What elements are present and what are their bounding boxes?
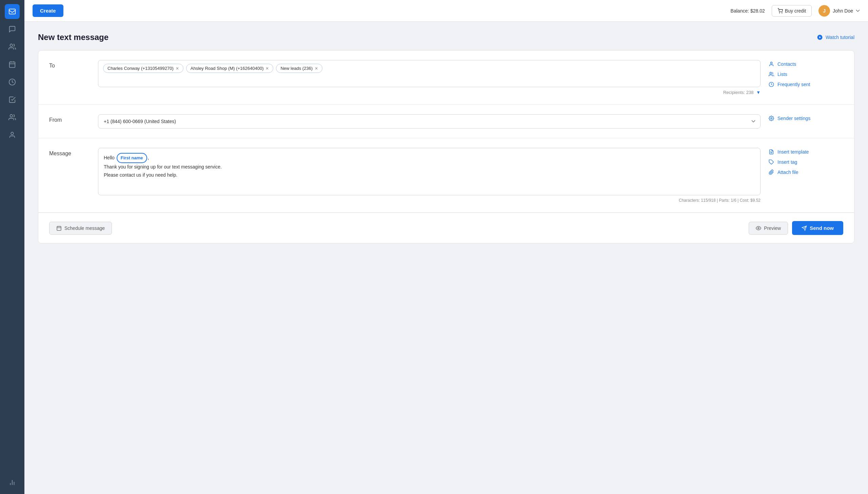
sidebar-icon-contacts[interactable] [5,39,20,54]
message-sidebar-actions: Insert template Insert tag Attach file [769,148,843,203]
svg-point-19 [771,118,772,119]
message-hello: Hello [104,155,116,160]
frequently-sent-link[interactable]: Frequently sent [769,82,843,87]
to-input-area: Charles Conway (+13105499270) ✕ Ahsley R… [98,60,760,95]
svg-point-13 [782,13,782,13]
svg-point-8 [11,132,13,135]
page-body: New text message Watch tutorial To Charl… [24,22,868,494]
avatar: J [818,5,830,17]
svg-point-27 [758,228,759,229]
recipients-dropdown-icon[interactable]: ▼ [756,90,760,95]
form-card: To Charles Conway (+13105499270) ✕ Ahsle… [38,50,854,244]
from-input-area: +1 (844) 600-0669 (United States) [98,114,760,129]
topbar: Create Balance: $28.02 Buy credit J John… [24,0,868,22]
schedule-label: Schedule message [64,226,105,231]
insert-template-label: Insert template [777,149,809,155]
watch-tutorial-label: Watch tutorial [826,35,854,40]
tag-remove-ahsley[interactable]: ✕ [266,66,269,71]
play-icon [817,34,823,40]
recipient-tag-newleads: New leads (236) ✕ [276,64,323,73]
send-icon [802,226,807,231]
recipient-tag-ahsley: Ahsley Road Shop (M) (+162640400) ✕ [186,64,274,73]
chevron-down-icon [856,9,860,13]
tag-name-charles: Charles Conway (+13105499270) [108,66,174,71]
send-label: Send now [810,225,834,231]
sidebar [0,0,24,494]
lists-link[interactable]: Lists [769,72,843,77]
recipient-tag-charles: Charles Conway (+13105499270) ✕ [103,64,184,73]
user-menu[interactable]: J John Doe [818,5,860,17]
to-sidebar-actions: Contacts Lists Frequently sent [769,60,843,95]
schedule-button[interactable]: Schedule message [49,222,112,235]
sidebar-icon-history[interactable] [5,75,20,90]
recipients-count: Recipients: 238 ▼ [98,90,760,95]
svg-rect-0 [9,9,15,14]
cart-icon [777,8,783,14]
svg-point-16 [770,62,772,64]
message-body-line1: Thank you for signing up for our text me… [104,164,222,170]
message-comma: , [148,155,149,160]
sender-settings-link[interactable]: Sender settings [769,116,843,121]
svg-rect-23 [57,226,61,230]
right-actions: Preview Send now [749,221,843,235]
from-select[interactable]: +1 (844) 600-0669 (United States) [98,114,760,129]
paperclip-icon [769,170,774,175]
message-input-area: Hello First name, Thank you for signing … [98,148,760,203]
user-name: John Doe [833,8,853,14]
tag-name-ahsley: Ahsley Road Shop (M) (+162640400) [191,66,264,71]
sidebar-icon-compose[interactable] [5,4,20,19]
tag-name-newleads: New leads (236) [281,66,313,71]
contacts-link[interactable]: Contacts [769,61,843,67]
from-sidebar-actions: Sender settings [769,114,843,129]
sidebar-icon-profile[interactable] [5,128,20,142]
list-icon [769,72,774,77]
to-label: To [49,60,90,95]
sidebar-icon-team[interactable] [5,110,20,125]
sender-settings-label: Sender settings [777,116,810,121]
insert-template-link[interactable]: Insert template [769,149,843,155]
svg-point-12 [779,13,779,13]
preview-label: Preview [764,226,781,231]
main-content: Create Balance: $28.02 Buy credit J John… [24,0,868,494]
gear-icon [769,116,774,121]
balance-display: Balance: $28.02 [731,8,765,14]
create-button[interactable]: Create [33,4,63,17]
message-body-line2: Please contact us if you need help. [104,172,177,178]
to-section: To Charles Conway (+13105499270) ✕ Ahsle… [38,51,854,105]
lists-label: Lists [777,72,787,77]
sidebar-icon-tasks[interactable] [5,92,20,107]
buy-credit-button[interactable]: Buy credit [772,5,812,17]
send-now-button[interactable]: Send now [792,221,843,235]
tag-remove-newleads[interactable]: ✕ [315,66,318,71]
svg-point-1 [10,44,13,46]
topbar-left: Create [33,4,63,17]
sidebar-icon-analytics[interactable] [5,475,20,490]
page-title: New text message [38,33,109,42]
from-section: From +1 (844) 600-0669 (United States) S… [38,105,854,138]
attach-file-link[interactable]: Attach file [769,170,843,175]
tag-icon [769,159,774,165]
insert-tag-link[interactable]: Insert tag [769,159,843,165]
from-label: From [49,114,90,129]
first-name-tag[interactable]: First name [117,153,147,163]
watch-tutorial-link[interactable]: Watch tutorial [817,34,854,40]
clock-icon [769,82,774,87]
char-info: Characters: 115/918 | Parts: 1/6 | Cost:… [98,198,760,203]
calendar-icon [56,226,62,231]
sidebar-icon-messages[interactable] [5,22,20,37]
message-label: Message [49,148,90,203]
message-section: Message Hello First name, Thank you for … [38,138,854,213]
insert-tag-label: Insert tag [777,159,797,165]
tag-remove-charles[interactable]: ✕ [176,66,179,71]
sidebar-icon-calendar[interactable] [5,57,20,72]
attach-file-label: Attach file [777,170,798,175]
template-icon [769,149,774,155]
recipients-container[interactable]: Charles Conway (+13105499270) ✕ Ahsley R… [98,60,760,87]
bottom-actions: Schedule message Preview Send now [38,213,854,243]
preview-button[interactable]: Preview [749,222,788,235]
message-preview[interactable]: Hello First name, Thank you for signing … [98,148,760,195]
svg-point-7 [10,115,13,117]
person-icon [769,61,774,67]
frequently-sent-label: Frequently sent [777,82,810,87]
contacts-label: Contacts [777,61,796,67]
